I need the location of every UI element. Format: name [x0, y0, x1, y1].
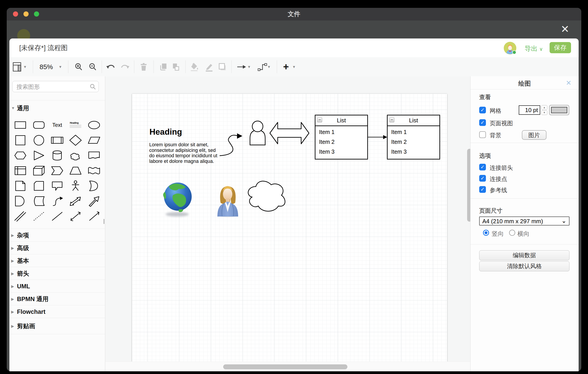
list-item[interactable]: Item 2 — [391, 139, 440, 145]
zoom-out-icon[interactable] — [88, 57, 98, 76]
shape-cube[interactable] — [31, 164, 47, 177]
user-avatar[interactable] — [504, 42, 516, 54]
grid-size-input[interactable] — [519, 105, 540, 115]
shape-actor[interactable] — [67, 179, 84, 193]
grid-size-stepper[interactable]: ▲ ▼ — [541, 105, 547, 115]
shape-internal-storage[interactable] — [12, 164, 28, 177]
horizontal-scrollbar[interactable] — [223, 364, 347, 369]
insert-icon[interactable]: + — [281, 57, 291, 76]
undo-icon[interactable] — [106, 57, 116, 76]
arrow-style-dropdown-icon[interactable]: ▾ — [247, 57, 251, 76]
grid-checkbox[interactable]: ✓ — [479, 107, 486, 113]
horizontal-scrollbar-track[interactable] — [105, 362, 472, 371]
shape-and[interactable] — [12, 194, 28, 208]
portrait-radio[interactable] — [483, 230, 489, 236]
shape-circle[interactable] — [31, 133, 47, 147]
shape-line[interactable] — [49, 209, 65, 223]
list-shape[interactable]: − List Item 1 Item 2 Item 3 — [315, 115, 368, 159]
grid-color-swatch[interactable] — [549, 105, 569, 115]
shape-link[interactable] — [12, 209, 28, 223]
background-checkbox[interactable] — [479, 131, 486, 138]
image-button[interactable]: 图片 — [522, 130, 546, 140]
page-size-select[interactable]: A4 (210 mm x 297 mm) ⌄ — [479, 217, 569, 225]
to-front-icon[interactable] — [159, 57, 168, 76]
shape-cylinder[interactable] — [49, 149, 65, 162]
page-view-checkbox[interactable]: ✓ — [479, 119, 486, 126]
drawing-canvas[interactable]: Heading Lorem ipsum dolor sit amet, cons… — [105, 76, 472, 371]
zoom-dropdown-icon[interactable]: ▾ — [58, 57, 63, 76]
shape-rounded-rectangle[interactable] — [31, 118, 47, 132]
zoom-in-icon[interactable] — [74, 57, 84, 76]
zoom-level[interactable]: 85% — [38, 57, 54, 76]
list-item[interactable]: Item 2 — [319, 139, 367, 145]
save-button[interactable]: 保存 — [550, 42, 571, 53]
fill-color-icon[interactable] — [189, 57, 199, 76]
cloud-shape[interactable] — [248, 181, 285, 211]
list-header[interactable]: − List — [315, 115, 367, 126]
line-color-icon[interactable] — [204, 57, 214, 76]
edit-data-button[interactable]: 编辑数据 — [479, 250, 569, 260]
document-title[interactable]: [未保存*] 流程图 — [19, 44, 68, 53]
export-button[interactable]: 导出∨ — [525, 44, 543, 53]
list-item[interactable]: Item 3 — [319, 149, 367, 155]
shape-bidirectional-arrow[interactable] — [67, 194, 84, 208]
shape-note[interactable] — [12, 179, 28, 193]
shape-or[interactable] — [86, 179, 102, 193]
shape-process[interactable] — [49, 133, 65, 147]
shape-search[interactable] — [12, 81, 99, 92]
shape-square[interactable] — [12, 133, 28, 147]
shape-ellipse[interactable] — [86, 118, 102, 132]
panel-close-icon[interactable]: ✕ — [566, 79, 571, 87]
woman-clipart[interactable] — [217, 186, 238, 217]
shadow-icon[interactable] — [217, 57, 227, 76]
connection-arrow-style-icon[interactable] — [236, 57, 247, 76]
shape-card[interactable] — [31, 179, 47, 193]
waypoint-style-icon[interactable] — [257, 57, 268, 76]
shape-document[interactable] — [86, 149, 102, 162]
sidebar-section-clipart[interactable]: ▶ 剪贴画 — [9, 318, 105, 334]
connection-arrows-checkbox[interactable]: ✓ — [479, 164, 486, 170]
list-connector-arrow[interactable] — [368, 135, 387, 139]
sidebar-section-bpmn[interactable]: ▶ BPMN 通用 — [9, 292, 105, 305]
shape-step[interactable] — [49, 164, 65, 177]
sidebar-section-flowchart[interactable]: ▶ Flowchart — [9, 305, 105, 318]
shape-parallelogram[interactable] — [86, 133, 102, 147]
shape-trapezoid[interactable] — [67, 164, 84, 177]
guides-checkbox[interactable]: ✓ — [479, 186, 486, 193]
shape-arrow[interactable] — [86, 194, 102, 208]
list-item[interactable]: Item 1 — [391, 129, 440, 135]
shape-tape[interactable] — [86, 164, 102, 177]
list-item[interactable]: Item 3 — [391, 149, 440, 155]
delete-icon[interactable] — [139, 57, 148, 76]
list-header[interactable]: − List — [388, 115, 440, 126]
insert-dropdown-icon[interactable]: ▾ — [292, 57, 296, 76]
to-back-icon[interactable] — [171, 57, 181, 76]
sidebar-section-basic[interactable]: ▶ 基本 — [9, 254, 105, 267]
shape-rectangle[interactable] — [12, 118, 28, 132]
list-shape[interactable]: − List Item 1 Item 2 Item 3 — [387, 115, 440, 159]
double-arrow-shape[interactable] — [270, 122, 309, 144]
waypoint-dropdown-icon[interactable]: ▾ — [267, 57, 271, 76]
clear-default-style-button[interactable]: 清除默认风格 — [479, 261, 569, 271]
shape-diamond[interactable] — [67, 133, 84, 147]
close-icon[interactable]: ✕ — [559, 23, 571, 35]
page-setup-dropdown-icon[interactable]: ▾ — [23, 57, 27, 76]
shape-directional-connector[interactable] — [86, 209, 102, 223]
curved-arrow[interactable] — [220, 133, 242, 156]
globe-clipart[interactable] — [163, 183, 192, 217]
sidebar-section-general[interactable]: ▼ 通用 — [9, 100, 105, 116]
shape-callout[interactable] — [49, 179, 65, 193]
search-input[interactable] — [16, 82, 88, 91]
landscape-radio[interactable] — [509, 230, 515, 236]
connection-points-checkbox[interactable]: ✓ — [479, 175, 486, 182]
shape-text[interactable]: Text — [49, 118, 65, 132]
page-setup-icon[interactable] — [12, 57, 22, 76]
shape-textbox[interactable]: Heading — [67, 118, 84, 132]
sidebar-section-uml[interactable]: ▶ UML — [9, 280, 105, 293]
sidebar-section-misc[interactable]: ▶ 杂项 — [9, 229, 105, 242]
shape-cloud[interactable] — [67, 149, 84, 162]
sidebar-section-advanced[interactable]: ▶ 高级 — [9, 241, 105, 254]
shape-hexagon[interactable] — [12, 149, 28, 162]
shape-curve[interactable] — [49, 194, 65, 208]
shape-dashed-line[interactable] — [31, 209, 47, 223]
